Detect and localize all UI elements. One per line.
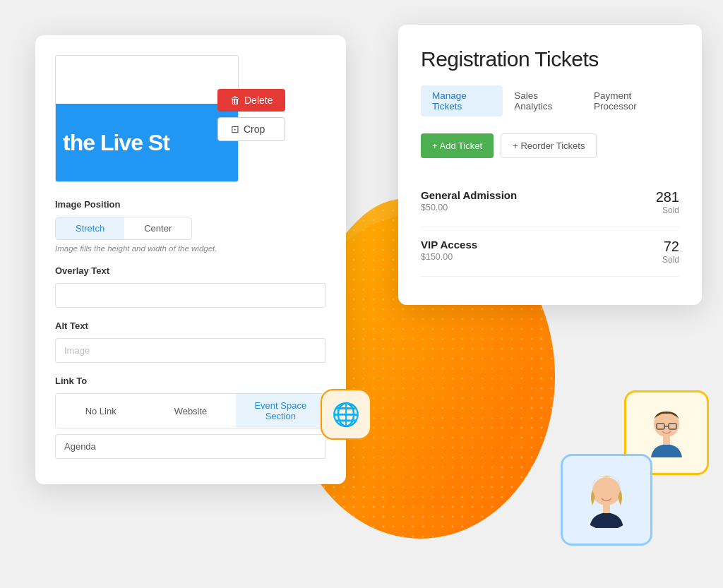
ticket-info-general: General Admission $50.00	[421, 189, 517, 212]
male-person-svg	[638, 404, 695, 461]
image-blue-band: the Live St	[56, 104, 238, 181]
globe-bubble: 🌐	[321, 389, 371, 440]
image-action-buttons: 🗑 Delete ⊡ Crop	[217, 89, 285, 141]
ticket-row-general: General Admission $50.00 281 Sold	[421, 178, 679, 227]
delete-button[interactable]: 🗑 Delete	[217, 89, 285, 112]
globe-icon: 🌐	[332, 401, 360, 428]
agenda-value: Agenda	[55, 434, 326, 459]
ticket-sold-vip: Sold	[662, 255, 679, 265]
ticket-number-general: 281	[656, 189, 679, 205]
image-position-toggle: Stretch Center	[55, 217, 192, 240]
tabs-row: Manage Tickets Sales Analytics Payment P…	[421, 85, 679, 116]
main-scene: the Live St 🗑 Delete ⊡ Crop Image Positi…	[0, 0, 723, 588]
svg-rect-7	[663, 436, 670, 445]
ticket-count-general: 281 Sold	[656, 189, 679, 215]
reorder-tickets-button[interactable]: + Reorder Tickets	[501, 133, 597, 158]
right-card: Registration Tickets Manage Tickets Sale…	[398, 25, 702, 305]
image-preview-container: the Live St 🗑 Delete ⊡ Crop	[55, 55, 326, 182]
image-overlay-text: the Live St	[63, 130, 169, 156]
image-position-hint: Image fills the height and width of the …	[55, 244, 326, 253]
svg-rect-9	[603, 505, 610, 513]
ticket-name-general: General Admission	[421, 189, 517, 201]
registration-title: Registration Tickets	[421, 47, 679, 71]
crop-icon: ⊡	[231, 124, 239, 135]
left-card: the Live St 🗑 Delete ⊡ Crop Image Positi…	[35, 35, 346, 484]
ticket-number-vip: 72	[662, 239, 679, 255]
avatar-female-circle	[577, 470, 637, 530]
link-to-label: Link To	[55, 376, 326, 386]
ticket-row-vip: VIP Access $150.00 72 Sold	[421, 227, 679, 277]
event-space-button[interactable]: Event Space Section	[236, 394, 325, 428]
ticket-name-vip: VIP Access	[421, 239, 477, 251]
alt-text-label: Alt Text	[55, 320, 326, 331]
avatar-male-circle	[637, 403, 697, 463]
ticket-price-general: $50.00	[421, 203, 517, 212]
ticket-count-vip: 72 Sold	[662, 239, 679, 265]
link-to-toggle: No Link Website Event Space Section	[55, 393, 326, 428]
action-row: + Add Ticket + Reorder Tickets	[421, 133, 679, 158]
trash-icon: 🗑	[230, 95, 240, 106]
website-button[interactable]: Website	[145, 394, 235, 428]
overlay-text-input[interactable]	[55, 283, 326, 308]
tab-manage-tickets[interactable]: Manage Tickets	[421, 85, 503, 116]
ticket-price-vip: $150.00	[421, 252, 477, 262]
add-ticket-button[interactable]: + Add Ticket	[421, 133, 494, 158]
image-position-label: Image Position	[55, 199, 326, 210]
avatar-female	[561, 454, 652, 546]
alt-text-input[interactable]	[55, 338, 326, 363]
female-person-svg	[577, 470, 637, 530]
center-button[interactable]: Center	[124, 217, 191, 239]
crop-button[interactable]: ⊡ Crop	[217, 117, 285, 141]
image-frame: the Live St	[55, 55, 239, 182]
ticket-info-vip: VIP Access $150.00	[421, 239, 477, 262]
stretch-button[interactable]: Stretch	[56, 217, 124, 239]
no-link-button[interactable]: No Link	[56, 394, 145, 428]
tab-payment-processor[interactable]: Payment Processor	[582, 85, 679, 116]
ticket-sold-general: Sold	[656, 205, 679, 215]
tab-sales-analytics[interactable]: Sales Analytics	[503, 85, 582, 116]
overlay-text-label: Overlay Text	[55, 265, 326, 276]
